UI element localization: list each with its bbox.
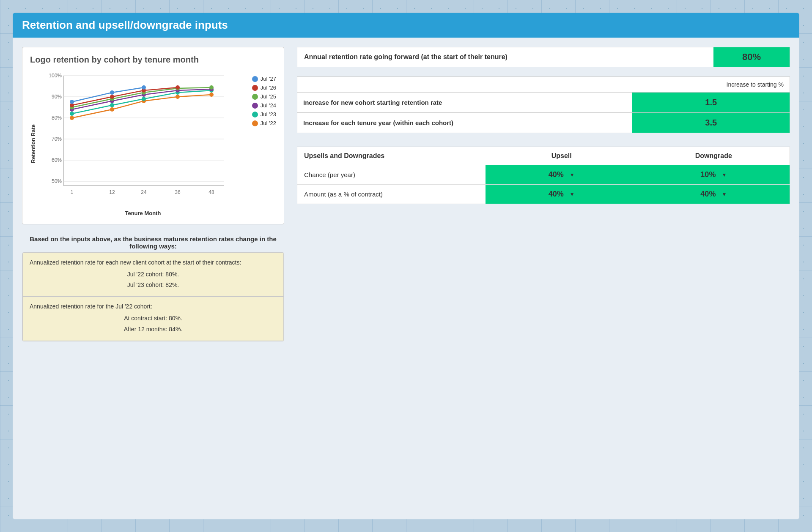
increase-row1-value[interactable]: 1.5 (632, 93, 790, 113)
increase-row-1: Increase for new cohort starting retenti… (297, 93, 790, 113)
svg-point-38 (209, 85, 214, 90)
summary-box2-value1: At contract start: 80%. (30, 313, 277, 324)
dropdown-arrow-icon[interactable]: ▼ (570, 172, 575, 178)
svg-text:80%: 80% (52, 115, 62, 121)
page-header: Retention and upsell/downgrade inputs (13, 13, 799, 38)
dropdown-arrow-icon-3[interactable]: ▼ (570, 191, 575, 197)
bottom-summary-wrapper: Based on the inputs above, as the busine… (22, 231, 284, 341)
chart-svg: 100% 90% 80% 70% 60% 50% 1 12 24 36 48 (42, 71, 228, 207)
svg-point-26 (142, 97, 146, 101)
svg-point-45 (142, 85, 146, 90)
increase-table-empty-header (297, 77, 633, 93)
chart-title: Logo retention by cohort by tenure month (30, 55, 276, 65)
summary-box2: Annualized retention rate for the Jul '2… (22, 297, 284, 341)
svg-text:70%: 70% (52, 136, 62, 142)
svg-point-24 (70, 112, 74, 116)
summary-title: Based on the inputs above, as the busine… (22, 231, 284, 252)
upsells-row2-downgrade-value: 40% (700, 190, 716, 199)
legend-item-jul23: Jul '23 (252, 111, 276, 117)
chart-inner: 100% 90% 80% 70% 60% 50% 1 12 24 36 48 (42, 71, 244, 216)
summary-box1: Annualized retention rate for each new c… (22, 253, 284, 297)
annual-rate-box: Annual retention rate going forward (at … (297, 47, 790, 67)
svg-text:12: 12 (109, 189, 115, 195)
summary-box1-value1: Jul '22 cohort: 80%. (30, 269, 277, 280)
legend-item-jul24: Jul '24 (252, 102, 276, 109)
legend-item-jul26: Jul '26 (252, 85, 276, 91)
legend-dot-jul23 (252, 112, 258, 117)
svg-text:50%: 50% (52, 178, 62, 184)
upsells-row1-downgrade[interactable]: 10% ▼ (638, 165, 790, 185)
upsells-row-2: Amount (as a % of contract) 40% ▼ 40% (297, 185, 790, 204)
summary-box2-value2: After 12 months: 84%. (30, 324, 277, 335)
y-axis-label: Retention Rate (30, 71, 36, 216)
legend-dot-jul24 (252, 103, 258, 109)
legend-label-jul27: Jul '27 (261, 76, 276, 82)
main-container: Retention and upsell/downgrade inputs Lo… (13, 13, 799, 519)
summary-box1-value2: Jul '23 cohort: 82%. (30, 280, 277, 290)
svg-text:1: 1 (71, 189, 74, 195)
upsells-row1-label: Chance (per year) (297, 165, 486, 185)
legend-item-jul27: Jul '27 (252, 76, 276, 82)
page-title: Retention and upsell/downgrade inputs (22, 19, 228, 31)
upsells-row1-upsell-value: 40% (549, 170, 564, 179)
svg-text:90%: 90% (52, 94, 62, 100)
svg-point-23 (209, 93, 214, 97)
legend-dot-jul22 (252, 120, 258, 126)
increase-table-header: Increase to starting % (632, 77, 790, 93)
upsells-section: Upsells and Downgrades Upsell Downgrade … (297, 147, 790, 204)
right-panel: Annual retention rate going forward (at … (297, 47, 790, 510)
dropdown-arrow-icon-2[interactable]: ▼ (721, 172, 727, 178)
upsells-row1-downgrade-value: 10% (700, 170, 716, 179)
x-axis-label: Tenure Month (42, 210, 244, 216)
upsells-col-downgrade: Downgrade (638, 147, 790, 165)
svg-text:60%: 60% (52, 157, 62, 163)
bottom-section: Annualized retention rate for each new c… (22, 252, 284, 341)
legend-label-jul24: Jul '24 (261, 102, 276, 109)
summary-box1-label: Annualized retention rate for each new c… (30, 259, 277, 266)
svg-point-25 (110, 103, 114, 107)
legend-item-jul25: Jul '25 (252, 93, 276, 100)
upsells-header-row: Upsells and Downgrades Upsell Downgrade (297, 147, 790, 165)
legend-label-jul22: Jul '22 (261, 120, 276, 126)
annual-rate-label: Annual retention rate going forward (at … (297, 47, 713, 67)
increase-row-2: Increase for each tenure year (within ea… (297, 113, 790, 133)
svg-point-19 (70, 116, 74, 120)
increase-row2-label: Increase for each tenure year (within ea… (297, 113, 633, 133)
chart-legend: Jul '27 Jul '26 Jul '25 Jul '24 (252, 71, 276, 216)
content-area: Logo retention by cohort by tenure month… (13, 38, 799, 519)
left-panel: Logo retention by cohort by tenure month… (22, 47, 284, 510)
summary-box2-values: At contract start: 80%. After 12 months:… (30, 313, 277, 334)
upsells-col-upsell: Upsell (486, 147, 638, 165)
legend-dot-jul25 (252, 94, 258, 100)
svg-point-22 (176, 95, 180, 99)
summary-box1-values: Jul '22 cohort: 80%. Jul '23 cohort: 82%… (30, 269, 277, 290)
legend-dot-jul27 (252, 76, 258, 82)
upsells-row2-label: Amount (as a % of contract) (297, 185, 486, 204)
svg-point-42 (176, 85, 180, 90)
annual-rate-value[interactable]: 80% (713, 47, 790, 67)
chart-area: Retention Rate (30, 71, 276, 216)
dropdown-arrow-icon-4[interactable]: ▼ (721, 191, 727, 197)
legend-item-jul22: Jul '22 (252, 120, 276, 126)
svg-point-44 (110, 90, 114, 95)
upsells-row-1: Chance (per year) 40% ▼ 10% ▼ (297, 165, 790, 185)
svg-point-43 (70, 100, 74, 104)
legend-dot-jul26 (252, 85, 258, 91)
svg-text:24: 24 (141, 189, 147, 195)
legend-label-jul25: Jul '25 (261, 93, 276, 100)
increase-table: Increase to starting % Increase for new … (297, 76, 790, 133)
upsells-row2-upsell-value: 40% (549, 190, 564, 199)
upsells-row2-upsell[interactable]: 40% ▼ (486, 185, 638, 204)
svg-text:100%: 100% (49, 73, 62, 79)
increase-row2-value[interactable]: 3.5 (632, 113, 790, 133)
upsells-row2-downgrade[interactable]: 40% ▼ (638, 185, 790, 204)
svg-text:48: 48 (208, 189, 214, 195)
upsells-col-label: Upsells and Downgrades (297, 147, 486, 165)
svg-text:36: 36 (175, 189, 181, 195)
upsells-row1-upsell[interactable]: 40% ▼ (486, 165, 638, 185)
legend-label-jul26: Jul '26 (261, 85, 276, 91)
svg-point-20 (110, 107, 114, 112)
increase-row1-label: Increase for new cohort starting retenti… (297, 93, 633, 113)
legend-label-jul23: Jul '23 (261, 111, 276, 117)
svg-point-40 (110, 95, 114, 99)
